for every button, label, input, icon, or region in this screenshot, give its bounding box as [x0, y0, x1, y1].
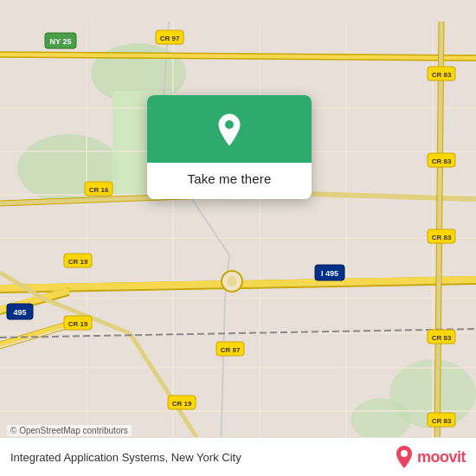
svg-text:CR 83: CR 83	[432, 334, 452, 342]
svg-text:CR 83: CR 83	[432, 417, 452, 425]
map-svg: NY 25 CR 97 CR 83 CR 16 16 CR 83 CR 83 C…	[0, 0, 476, 476]
svg-text:NY 25: NY 25	[50, 37, 72, 46]
osm-attribution-text: © OpenStreetMap contributors	[10, 426, 128, 435]
moovit-pin-icon	[395, 445, 414, 469]
location-pin-icon	[210, 111, 248, 149]
moovit-logo: moovit	[395, 445, 466, 469]
popup-label: Take me there	[188, 171, 272, 186]
svg-point-77	[227, 276, 237, 286]
svg-text:CR 97: CR 97	[160, 35, 180, 42]
osm-attribution: © OpenStreetMap contributors	[7, 425, 132, 436]
company-name-text: Integrated Application Systems, New York…	[10, 451, 241, 464]
svg-point-5	[351, 398, 411, 441]
svg-text:CR 19: CR 19	[172, 400, 192, 408]
popup-card[interactable]: Take me there	[147, 95, 312, 199]
svg-point-79	[401, 450, 408, 457]
svg-text:CR 83: CR 83	[432, 234, 452, 241]
svg-text:I 495: I 495	[321, 269, 338, 278]
popup-card-top	[147, 95, 312, 163]
svg-text:CR 83: CR 83	[432, 71, 452, 79]
svg-text:CR 19: CR 19	[68, 320, 88, 328]
svg-point-78	[225, 120, 234, 129]
svg-text:CR 83: CR 83	[432, 158, 452, 165]
svg-text:495: 495	[13, 308, 26, 317]
svg-text:CR 16: CR 16	[89, 186, 109, 194]
moovit-brand-text: moovit	[417, 448, 466, 466]
bottom-bar: Integrated Application Systems, New York…	[0, 437, 476, 476]
svg-text:CR 97: CR 97	[221, 346, 241, 354]
popup-card-bottom: Take me there	[147, 163, 312, 199]
map-container: NY 25 CR 97 CR 83 CR 16 16 CR 83 CR 83 C…	[0, 0, 476, 476]
svg-text:CR 19: CR 19	[68, 258, 88, 266]
